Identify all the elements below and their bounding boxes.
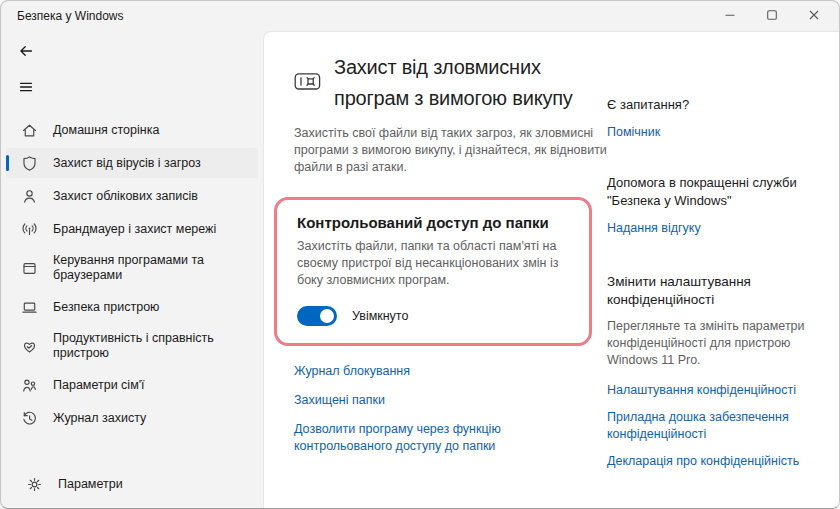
content-card: Захист від зловмисних програм з вимогою … [263, 31, 839, 508]
account-icon [21, 188, 38, 205]
questions-section: Є запитання? Помічник [607, 96, 812, 141]
home-icon [21, 122, 38, 139]
sidebar-item-label: Захист облікових записів [53, 189, 198, 204]
sidebar-item-device-performance-health[interactable]: Продуктивність і справність пристрою [6, 325, 258, 367]
history-icon [21, 410, 38, 427]
sidebar-item-settings[interactable]: Параметри [11, 469, 253, 499]
sidebar-item-app-browser-control[interactable]: Керування програмами та браузерами [6, 247, 258, 289]
sidebar-item-label: Параметри [58, 477, 123, 492]
page-description: Захистіть свої файли від таких загроз, я… [294, 125, 608, 176]
feedback-heading: Допомога в покращенні служби "Безпека у … [607, 174, 812, 210]
family-icon [21, 377, 38, 394]
privacy-dashboard-link[interactable]: Приладна дошка забезпечення конфіденційн… [607, 409, 812, 443]
toggle-row: Увімкнуто [297, 306, 569, 326]
give-feedback-link[interactable]: Надання відгуку [607, 220, 812, 237]
device-icon [21, 299, 38, 316]
main-links: Журнал блокування Захищені папки Дозволи… [294, 363, 624, 455]
toggle-state-label: Увімкнуто [352, 309, 408, 323]
window-title: Безпека у Windows [17, 9, 124, 23]
sidebar: Домашня сторінка Захист від вірусів і за… [1, 31, 263, 508]
windows-security-window: Безпека у Windows [0, 0, 840, 509]
page-title: Захист від зловмисних програм з вимогою … [334, 52, 586, 114]
aside-column: Є запитання? Помічник Допомога в покраще… [607, 96, 812, 470]
sidebar-item-label: Безпека пристрою [53, 300, 159, 315]
toggle-knob [320, 309, 334, 323]
selected-accent-bar [6, 155, 9, 171]
maximize-icon [766, 7, 778, 25]
gear-icon [26, 476, 43, 493]
maximize-button[interactable] [751, 1, 793, 31]
apps-browser-icon [21, 260, 38, 277]
controlled-folder-access-toggle[interactable] [297, 306, 337, 326]
close-icon [808, 7, 820, 25]
allow-app-link[interactable]: Дозволити програму через функцію контрол… [294, 421, 594, 455]
sidebar-item-label: Продуктивність і справність пристрою [53, 331, 245, 361]
privacy-description: Перегляньте та змініть параметри конфіде… [607, 318, 812, 369]
privacy-section: Змінити налаштування конфіденційності Пе… [607, 273, 812, 470]
sidebar-item-firewall-network[interactable]: Брандмауер і захист мережі [6, 214, 258, 244]
block-history-link[interactable]: Журнал блокування [294, 363, 594, 380]
main-column: Захист від зловмисних програм з вимогою … [294, 52, 624, 455]
page-header: Захист від зловмисних програм з вимогою … [294, 52, 624, 114]
network-icon [21, 221, 38, 238]
close-button[interactable] [793, 1, 835, 31]
sidebar-item-label: Керування програмами та браузерами [53, 253, 245, 283]
minimize-button[interactable] [709, 1, 751, 31]
back-button[interactable] [11, 39, 41, 67]
titlebar: Безпека у Windows [1, 1, 839, 31]
window-controls [709, 1, 835, 31]
sidebar-item-label: Параметри сім'ї [53, 378, 145, 393]
hamburger-icon [18, 79, 34, 99]
menu-button[interactable] [11, 75, 41, 103]
back-arrow-icon [18, 43, 34, 63]
sidebar-nav: Домашня сторінка Захист від вірусів і за… [1, 111, 263, 433]
minimize-icon [724, 7, 736, 25]
section-description: Захистіть файли, папки та області пам'ят… [297, 238, 569, 289]
sidebar-item-label: Брандмауер і захист мережі [53, 222, 216, 237]
questions-heading: Є запитання? [607, 96, 812, 114]
privacy-statement-link[interactable]: Декларація про конфіденційність [607, 453, 812, 470]
sidebar-item-account-protection[interactable]: Захист облікових записів [6, 181, 258, 211]
sidebar-item-virus-threat-protection[interactable]: Захист від вірусів і загроз [6, 148, 258, 178]
protected-folders-link[interactable]: Захищені папки [294, 392, 594, 409]
help-assistant-link[interactable]: Помічник [607, 124, 812, 141]
sidebar-item-label: Домашня сторінка [53, 123, 159, 138]
feedback-section: Допомога в покращенні служби "Безпека у … [607, 174, 812, 237]
sidebar-item-device-security[interactable]: Безпека пристрою [6, 292, 258, 322]
shield-icon [21, 155, 38, 172]
sidebar-footer: Параметри [6, 465, 258, 499]
privacy-heading: Змінити налаштування конфіденційності [607, 273, 812, 309]
sidebar-item-family-options[interactable]: Параметри сім'ї [6, 370, 258, 400]
privacy-links: Налаштування конфіденційності Приладна д… [607, 382, 812, 470]
device-health-icon [21, 338, 38, 355]
ransomware-icon [294, 72, 321, 95]
controlled-folder-access-section: Контрольований доступ до папки Захистіть… [274, 197, 592, 346]
sidebar-item-label: Журнал захисту [53, 411, 146, 426]
sidebar-item-label: Захист від вірусів і загроз [53, 156, 201, 171]
sidebar-item-protection-history[interactable]: Журнал захисту [6, 403, 258, 433]
privacy-settings-link[interactable]: Налаштування конфіденційності [607, 382, 812, 399]
section-title: Контрольований доступ до папки [297, 214, 569, 231]
sidebar-item-home[interactable]: Домашня сторінка [6, 115, 258, 145]
